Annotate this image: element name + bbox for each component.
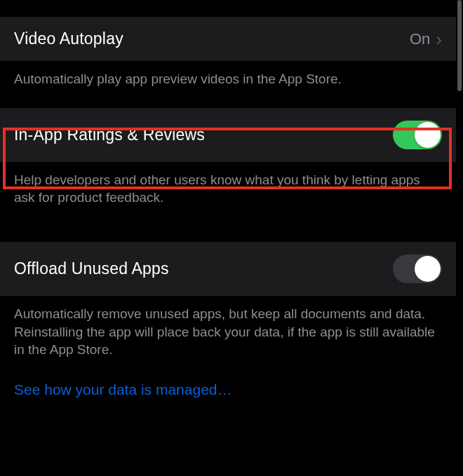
scrollbar-thumb[interactable]	[457, 0, 462, 91]
data-management-link[interactable]: See how your data is managed…	[0, 372, 456, 415]
video-autoplay-description: Automatically play app preview videos in…	[0, 62, 456, 108]
offload-unused-description: Automatically remove unused apps, but ke…	[0, 297, 456, 372]
offload-unused-label: Offload Unused Apps	[14, 259, 169, 278]
in-app-ratings-description: Help developers and other users know wha…	[0, 163, 456, 226]
video-autoplay-row[interactable]: Video Autoplay On ›	[0, 17, 456, 62]
offload-unused-toggle[interactable]	[393, 254, 442, 283]
video-autoplay-value-group: On ›	[410, 30, 442, 48]
spacer	[0, 226, 456, 242]
video-autoplay-value: On	[410, 30, 430, 48]
chevron-right-icon: ›	[436, 30, 442, 48]
in-app-ratings-toggle[interactable]	[393, 121, 442, 149]
spacer	[0, 0, 456, 17]
settings-list: Video Autoplay On › Automatically play a…	[0, 0, 456, 476]
offload-unused-row[interactable]: Offload Unused Apps	[0, 242, 456, 297]
video-autoplay-label: Video Autoplay	[14, 29, 123, 48]
in-app-ratings-label: In-App Ratings & Reviews	[14, 125, 205, 144]
in-app-ratings-row[interactable]: In-App Ratings & Reviews	[0, 108, 456, 163]
toggle-knob	[415, 122, 441, 148]
toggle-knob	[415, 256, 441, 282]
